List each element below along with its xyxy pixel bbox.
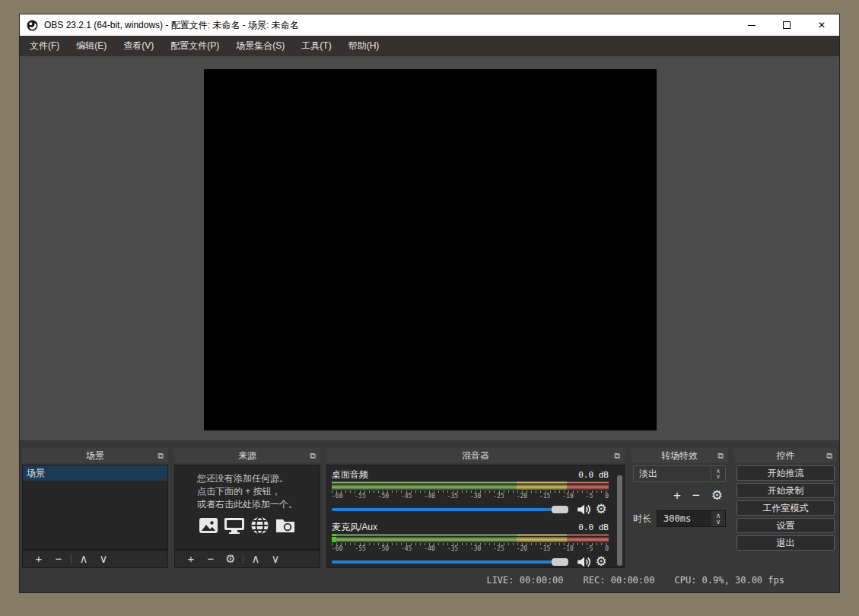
scale-tick-label: -30 [470, 493, 481, 500]
scale-tick-label: -60 [332, 545, 342, 552]
add-source-button[interactable]: + [181, 551, 201, 567]
scale-tick-label: -55 [355, 493, 365, 500]
image-source-icon [199, 516, 218, 535]
meter-level [332, 534, 336, 536]
transition-selected-value: 淡出 [634, 468, 711, 481]
sources-list[interactable]: 您还没有添加任何源。点击下面的 + 按钮，或者右击此处添加一个。 [174, 465, 320, 550]
scale-tick-label: -55 [355, 545, 365, 552]
minimize-button[interactable] [734, 14, 769, 36]
minimize-icon [748, 25, 756, 26]
toolbar-separator [243, 554, 243, 564]
control-button[interactable]: 设置 [737, 518, 835, 533]
remove-transition-button[interactable]: − [692, 489, 700, 503]
duration-label: 时长 [633, 513, 651, 526]
meter-scale: -60-55-50-45-40-35-30-25-20-15-10-50 [332, 493, 609, 500]
menu-item[interactable]: 文件(F) [21, 36, 68, 56]
control-button[interactable]: 开始录制 [737, 483, 835, 498]
close-button[interactable]: ✕ [804, 14, 839, 36]
dock-area: 场景 ⧉ 场景 + − ∧ ∨ 来源 ⧉ [20, 440, 839, 570]
remove-scene-button[interactable]: − [49, 551, 68, 567]
channel-name: 桌面音频 [332, 468, 368, 481]
menu-item[interactable]: 帮助(H) [340, 36, 388, 56]
scale-tick-label: 0 [605, 545, 609, 552]
preview-canvas[interactable] [204, 69, 657, 430]
controls-panel: 控件 ⧉ 开始推流开始录制工作室模式设置退出 [734, 448, 837, 568]
transitions-panel-title: 转场特效 [661, 449, 698, 462]
float-panel-icon[interactable]: ⧉ [614, 449, 620, 462]
slider-track [332, 508, 568, 511]
sources-empty-text: 点击下面的 + 按钮， [197, 485, 297, 498]
scale-tick-label: -50 [378, 545, 389, 552]
duration-spinner[interactable]: ∧ ∨ [711, 511, 725, 526]
control-button[interactable]: 退出 [737, 535, 835, 551]
duration-spinbox[interactable]: 300ms ∧ ∨ [657, 510, 726, 527]
add-scene-button[interactable]: + [29, 551, 49, 567]
scenes-list[interactable]: 场景 [22, 465, 168, 550]
window-title: OBS 23.2.1 (64-bit, windows) - 配置文件: 未命名… [44, 19, 299, 32]
controls-buttons: 开始推流开始录制工作室模式设置退出 [734, 465, 837, 554]
scale-tick-label: -10 [562, 545, 573, 552]
combo-spinner[interactable]: ∧ ∨ [711, 466, 725, 481]
mixer-channel-desktop-audio: 桌面音频 0.0 dB -60-55-50-45-40-35-30-25-20-… [332, 468, 609, 518]
float-panel-icon[interactable]: ⧉ [310, 449, 316, 462]
title-bar: OBS 23.2.1 (64-bit, windows) - 配置文件: 未命名… [20, 14, 839, 36]
menu-item[interactable]: 编辑(E) [68, 36, 115, 56]
preview-area [20, 56, 839, 440]
scene-item[interactable]: 场景 [23, 465, 167, 481]
sources-panel: 来源 ⧉ 您还没有添加任何源。点击下面的 + 按钮，或者右击此处添加一个。 [174, 448, 320, 568]
transition-select[interactable]: 淡出 ∧ ∨ [633, 465, 726, 482]
mixer-panel-header[interactable]: 混音器 ⧉ [326, 448, 625, 463]
control-button[interactable]: 开始推流 [737, 465, 835, 481]
float-panel-icon[interactable]: ⧉ [717, 449, 724, 462]
controls-panel-title: 控件 [777, 449, 795, 462]
scale-tick-label: -40 [424, 545, 434, 552]
obs-logo-icon [27, 20, 38, 31]
volume-slider[interactable] [332, 506, 568, 513]
transition-settings-button[interactable]: ⚙ [711, 489, 723, 503]
obs-window: OBS 23.2.1 (64-bit, windows) - 配置文件: 未命名… [19, 14, 840, 593]
control-button[interactable]: 工作室模式 [737, 500, 835, 516]
scale-tick-label: -15 [539, 493, 550, 500]
channel-settings-button[interactable]: ⚙ [593, 554, 609, 568]
menu-item[interactable]: 查看(V) [115, 36, 162, 56]
menu-item[interactable]: 配置文件(P) [162, 36, 227, 56]
controls-panel-header[interactable]: 控件 ⧉ [734, 448, 837, 463]
source-properties-button[interactable]: ⚙ [221, 551, 240, 567]
source-down-button[interactable]: ∨ [266, 551, 285, 567]
window-controls: ✕ [734, 14, 839, 36]
sources-toolbar: + − ⚙ ∧ ∨ [174, 550, 320, 568]
transitions-panel-header[interactable]: 转场特效 ⧉ [631, 448, 728, 463]
sources-panel-header[interactable]: 来源 ⧉ [174, 448, 320, 463]
channel-name: 麦克风/Aux [332, 521, 377, 534]
scale-tick-label: 0 [605, 493, 609, 500]
remove-source-button[interactable]: − [201, 551, 221, 567]
float-panel-icon[interactable]: ⧉ [826, 449, 832, 462]
scene-down-button[interactable]: ∨ [94, 551, 113, 567]
sources-empty-state: 您还没有添加任何源。点击下面的 + 按钮，或者右击此处添加一个。 [175, 465, 320, 535]
mixer-panel-title: 混音器 [462, 449, 489, 462]
mute-button[interactable] [575, 503, 593, 516]
mute-button[interactable] [575, 556, 593, 568]
maximize-button[interactable] [769, 14, 804, 36]
scenes-panel: 场景 ⧉ 场景 + − ∧ ∨ [22, 448, 168, 568]
float-panel-icon[interactable]: ⧉ [157, 449, 164, 462]
scale-tick-label: -35 [447, 493, 458, 500]
add-transition-button[interactable]: + [673, 489, 681, 503]
menu-item[interactable]: 场景集合(S) [227, 36, 293, 56]
chevron-down-icon: ∨ [716, 474, 721, 479]
channel-db-value: 0.0 dB [578, 470, 609, 480]
display-source-icon [224, 516, 245, 535]
volume-slider-handle[interactable] [552, 558, 568, 566]
toolbar-separator [71, 554, 72, 564]
duration-value: 300ms [657, 513, 711, 524]
mixer-scrollbar[interactable] [617, 475, 622, 566]
channel-settings-button[interactable]: ⚙ [593, 502, 609, 517]
scale-tick-label: -45 [401, 545, 412, 552]
menu-item[interactable]: 工具(T) [293, 36, 339, 56]
scale-tick-label: -25 [493, 545, 504, 552]
volume-slider[interactable] [332, 558, 568, 566]
scene-up-button[interactable]: ∧ [74, 551, 94, 567]
source-up-button[interactable]: ∧ [246, 551, 266, 567]
volume-slider-handle[interactable] [552, 506, 568, 513]
scenes-panel-header[interactable]: 场景 ⧉ [22, 448, 168, 463]
